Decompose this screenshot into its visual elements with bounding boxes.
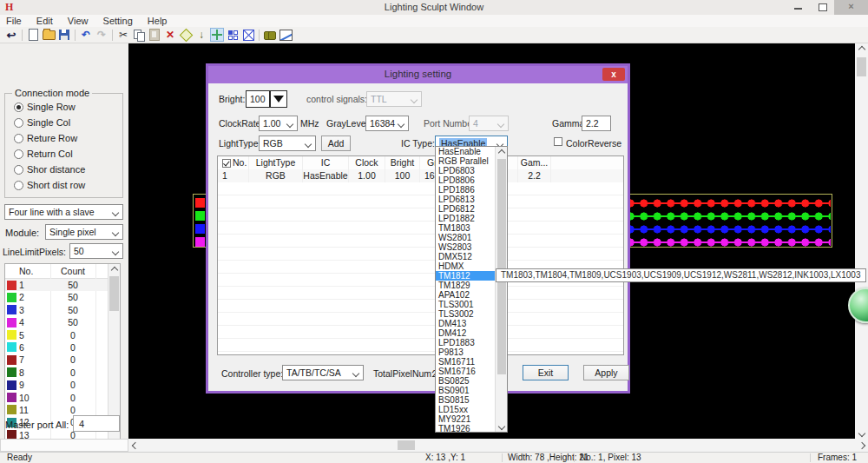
ic-option[interactable]: LPD1882: [436, 214, 496, 223]
back-icon[interactable]: ↩: [4, 28, 18, 42]
ic-option[interactable]: SM16711: [436, 357, 496, 367]
ic-option[interactable]: BS0815: [436, 395, 496, 405]
new-file-icon[interactable]: [26, 28, 40, 42]
vertical-scrollbar[interactable]: [855, 43, 868, 439]
ic-option[interactable]: LPD6812: [436, 204, 496, 214]
dialog-titlebar[interactable]: Lighting setting x: [208, 66, 628, 83]
ic-option[interactable]: TM1812: [436, 271, 496, 281]
ic-option[interactable]: LPD6813: [436, 195, 496, 204]
light-type-select[interactable]: RGB: [259, 136, 316, 151]
ic-option[interactable]: DMX512: [436, 252, 496, 261]
bright-dropdown-button[interactable]: [270, 90, 287, 108]
ic-option[interactable]: HasEnable: [436, 147, 496, 156]
dropdown-scrollbar[interactable]: [495, 147, 507, 432]
ic-option[interactable]: P9813: [436, 347, 496, 357]
binoculars-icon[interactable]: [263, 28, 277, 42]
scroll-down-icon[interactable]: [496, 420, 507, 432]
port-table-row[interactable]: 9 0: [5, 379, 109, 391]
ic-option[interactable]: WS2801: [436, 233, 496, 242]
ic-option[interactable]: WS2803: [436, 242, 496, 252]
close-button[interactable]: ×: [834, 0, 868, 15]
horizontal-scrollbar[interactable]: [128, 439, 868, 452]
connection-mode-option[interactable]: Shor distance: [14, 163, 131, 175]
port-table-row[interactable]: 4 50: [5, 316, 109, 328]
port-table-row[interactable]: 6 0: [5, 341, 109, 354]
gray-level-select[interactable]: 16384: [365, 116, 409, 131]
ic-option[interactable]: LPD8806: [436, 175, 496, 185]
menu-item[interactable]: File: [0, 15, 28, 27]
cut-icon[interactable]: ✂: [116, 28, 130, 42]
line-limit-select[interactable]: 50: [69, 243, 123, 259]
dialog-close-button[interactable]: x: [602, 68, 625, 81]
maximize-button[interactable]: [810, 0, 834, 15]
scrollbar-thumb[interactable]: [398, 440, 415, 450]
port-table-row[interactable]: 1 50: [5, 279, 109, 291]
port-table-row[interactable]: 8 0: [5, 367, 109, 379]
gamma-input[interactable]: 2.2: [582, 116, 611, 131]
ic-option[interactable]: TM1829: [436, 281, 496, 290]
undo-icon[interactable]: ↶: [79, 28, 93, 42]
port-table-row[interactable]: 5 0: [5, 329, 109, 341]
select-box-icon[interactable]: [241, 28, 255, 42]
connection-mode-option[interactable]: Reture Row: [14, 132, 131, 144]
ic-option[interactable]: TM1803: [436, 223, 496, 233]
scroll-down-icon[interactable]: [856, 427, 867, 439]
ic-option[interactable]: TLS3001: [436, 300, 496, 309]
scroll-left-icon[interactable]: [128, 439, 141, 452]
exit-button[interactable]: Exit: [523, 365, 569, 380]
ic-option[interactable]: SM16716: [436, 367, 496, 376]
master-port-input[interactable]: 4: [73, 415, 120, 432]
open-folder-icon[interactable]: [42, 28, 56, 42]
crosshair-icon[interactable]: [210, 28, 224, 42]
module-select[interactable]: Single pixel: [45, 224, 123, 240]
port-table-row[interactable]: 2 50: [5, 291, 109, 303]
connection-mode-option[interactable]: Return Col: [14, 148, 131, 160]
ic-option[interactable]: TM1926: [436, 424, 496, 432]
scrollbar-thumb[interactable]: [109, 276, 119, 311]
select-all-checkbox[interactable]: [222, 159, 231, 168]
bright-input[interactable]: 100: [246, 90, 270, 108]
save-icon[interactable]: [57, 28, 71, 42]
paste-icon[interactable]: [148, 28, 161, 42]
move-down-icon[interactable]: ↓: [194, 28, 208, 42]
scrollbar-thumb[interactable]: [857, 57, 866, 76]
scroll-right-icon[interactable]: [855, 439, 868, 452]
connection-mode-option[interactable]: Single Row: [14, 101, 131, 113]
menu-item[interactable]: Edit: [30, 15, 59, 27]
add-button[interactable]: Add: [321, 136, 351, 151]
ic-option[interactable]: LD15xx: [436, 405, 496, 414]
ic-option[interactable]: LPD1886: [436, 185, 496, 195]
port-table-row[interactable]: 10 0: [5, 392, 109, 404]
ic-option[interactable]: TLS3002: [436, 309, 496, 319]
controller-type-select[interactable]: TA/TB/TC/SA: [282, 365, 364, 380]
settings-table-row[interactable]: 1 RGB HasEnable 1.00 100 16384 2.2: [218, 169, 623, 182]
connection-mode-option[interactable]: Short dist row: [14, 179, 131, 191]
color-reverse-checkbox[interactable]: [554, 137, 562, 146]
ic-option[interactable]: HDMX: [436, 261, 496, 271]
menu-item[interactable]: View: [62, 15, 95, 27]
copy-icon[interactable]: [132, 28, 146, 42]
scrollbar-thumb[interactable]: [497, 159, 506, 374]
ic-option[interactable]: RGB Parallel: [436, 156, 496, 166]
port-table-row[interactable]: 3 50: [5, 304, 109, 316]
export-image-icon[interactable]: [279, 28, 293, 42]
ic-option[interactable]: APA102: [436, 290, 496, 300]
ic-option[interactable]: BS0825: [436, 376, 496, 386]
ic-option[interactable]: MY9221: [436, 414, 496, 424]
ic-option[interactable]: DM412: [436, 328, 496, 338]
wiring-select[interactable]: Four line with a slave: [4, 204, 123, 220]
scroll-up-icon[interactable]: [856, 43, 867, 55]
redo-icon[interactable]: ↷: [95, 28, 108, 42]
clock-rate-select[interactable]: 1.00: [259, 116, 298, 131]
ic-option[interactable]: LPD1883: [436, 338, 496, 347]
tile-grid-icon[interactable]: [226, 28, 240, 42]
menu-item[interactable]: Help: [141, 15, 174, 27]
ic-option[interactable]: BS0901: [436, 386, 496, 395]
ic-option[interactable]: LPD6803: [436, 166, 496, 175]
scroll-up-icon[interactable]: [496, 147, 507, 158]
delete-icon[interactable]: ✕: [163, 28, 177, 42]
connection-mode-option[interactable]: Single Col: [14, 116, 131, 129]
minimize-button[interactable]: [786, 0, 810, 15]
port-table-row[interactable]: 7 0: [5, 354, 109, 366]
menu-item[interactable]: Setting: [97, 15, 139, 27]
